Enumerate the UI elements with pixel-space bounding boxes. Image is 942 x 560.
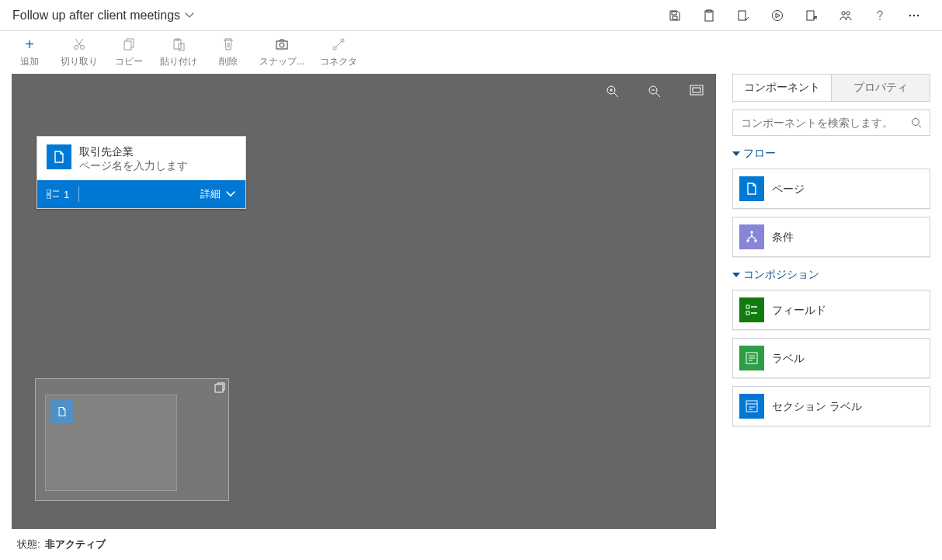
add-button[interactable]: + 追加 xyxy=(6,33,53,71)
svg-point-18 xyxy=(280,43,284,47)
plus-icon: + xyxy=(22,37,37,52)
svg-rect-32 xyxy=(746,305,749,308)
connector-label: コネクタ xyxy=(320,55,357,68)
app-header: Follow up after client meetings xyxy=(0,0,942,31)
node-placeholder: ページ名を入力します xyxy=(79,158,188,172)
svg-rect-33 xyxy=(746,311,749,315)
trash-icon xyxy=(221,37,236,52)
svg-rect-25 xyxy=(47,190,50,193)
snap-label: スナップ... xyxy=(259,55,304,68)
zoom-in-button[interactable] xyxy=(600,80,626,103)
svg-rect-2 xyxy=(739,11,746,20)
delete-button[interactable]: 削除 xyxy=(205,33,252,71)
svg-point-6 xyxy=(846,11,850,14)
canvas-view-actions xyxy=(600,80,710,103)
component-page[interactable]: ページ xyxy=(732,169,930,209)
label-icon xyxy=(739,346,764,370)
people-button[interactable] xyxy=(830,0,861,31)
triangle-down-icon xyxy=(732,273,740,277)
section-flow-label: フロー xyxy=(743,147,776,161)
app-title-group[interactable]: Follow up after client meetings xyxy=(12,9,194,23)
clipboard-button[interactable] xyxy=(693,0,725,31)
minimap[interactable] xyxy=(35,378,229,501)
play-button[interactable] xyxy=(762,0,793,31)
validate-button[interactable] xyxy=(728,0,759,31)
node-count: 1 xyxy=(64,189,69,200)
svg-point-5 xyxy=(842,11,845,14)
component-section-label-label: セクション ラベル xyxy=(772,400,862,412)
connector-button[interactable]: コネクタ xyxy=(312,33,365,71)
component-label-item[interactable]: ラベル xyxy=(732,338,930,378)
svg-point-8 xyxy=(909,14,911,16)
section-composition-label: コンポジション xyxy=(743,268,819,282)
help-button[interactable] xyxy=(864,0,895,31)
camera-icon xyxy=(274,37,290,52)
section-flow-header[interactable]: フロー xyxy=(732,147,930,161)
list-icon xyxy=(47,190,59,199)
component-condition[interactable]: 条件 xyxy=(732,217,930,257)
add-label: 追加 xyxy=(20,55,39,68)
minimap-viewport[interactable] xyxy=(45,395,177,491)
triangle-down-icon xyxy=(732,151,740,156)
cut-button[interactable]: 切り取り xyxy=(53,33,106,71)
svg-point-3 xyxy=(773,10,783,20)
header-actions xyxy=(659,0,930,31)
cut-label: 切り取り xyxy=(61,55,98,68)
paste-icon xyxy=(171,37,186,52)
component-label-label: ラベル xyxy=(772,352,805,364)
page-node[interactable]: 取引先企業 ページ名を入力します 1 詳細 xyxy=(36,136,246,209)
section-label-icon xyxy=(739,394,764,419)
status-value: 非アクティブ xyxy=(45,537,106,551)
svg-rect-35 xyxy=(746,401,757,412)
design-canvas[interactable]: 取引先企業 ページ名を入力します 1 詳細 xyxy=(12,74,716,529)
component-field[interactable]: フィールド xyxy=(732,290,930,330)
section-composition-header[interactable]: コンポジション xyxy=(732,268,930,282)
svg-point-10 xyxy=(917,14,919,16)
tab-components[interactable]: コンポーネント xyxy=(733,75,831,101)
svg-point-19 xyxy=(333,47,336,50)
app-title: Follow up after client meetings xyxy=(12,9,180,23)
status-label: 状態: xyxy=(17,537,40,551)
search-input[interactable] xyxy=(741,117,906,129)
minimap-node-icon xyxy=(50,400,74,423)
copy-icon xyxy=(121,37,137,52)
more-button[interactable] xyxy=(899,0,930,31)
copy-button[interactable]: コピー xyxy=(106,33,152,71)
delete-label: 削除 xyxy=(219,55,238,68)
node-count-group: 1 xyxy=(47,189,69,200)
fit-screen-button[interactable] xyxy=(683,80,710,103)
save-button[interactable] xyxy=(659,0,690,31)
field-icon xyxy=(739,297,764,322)
toolbar: + 追加 切り取り コピー 貼り付け 削除 スナップ... コネクタ xyxy=(0,31,942,74)
condition-icon xyxy=(739,224,764,249)
svg-rect-4 xyxy=(807,11,814,20)
export-button[interactable] xyxy=(796,0,827,31)
svg-point-9 xyxy=(913,14,915,16)
chevron-down-icon xyxy=(185,11,194,20)
tab-properties[interactable]: プロパティ xyxy=(831,75,930,101)
svg-rect-26 xyxy=(47,195,50,199)
search-icon xyxy=(911,117,922,128)
svg-rect-24 xyxy=(693,88,700,92)
svg-point-30 xyxy=(746,239,749,242)
zoom-out-button[interactable] xyxy=(641,80,668,103)
svg-point-7 xyxy=(879,19,881,20)
page-icon xyxy=(739,176,764,201)
chevron-down-icon xyxy=(225,189,236,200)
connector-icon xyxy=(331,37,346,52)
paste-button[interactable]: 貼り付け xyxy=(152,33,205,71)
component-section-label[interactable]: セクション ラベル xyxy=(732,386,930,426)
node-details-button[interactable]: 詳細 xyxy=(200,187,236,201)
minimap-expand-icon[interactable] xyxy=(214,382,225,393)
copy-label: コピー xyxy=(115,55,143,68)
svg-rect-23 xyxy=(690,85,703,95)
status-bar: 状態: 非アクティブ xyxy=(0,529,942,560)
component-page-label: ページ xyxy=(772,183,805,195)
component-search[interactable] xyxy=(732,110,930,136)
svg-point-29 xyxy=(750,231,753,234)
node-entity: 取引先企業 xyxy=(79,144,188,158)
snap-button[interactable]: スナップ... xyxy=(252,33,312,71)
paste-label: 貼り付け xyxy=(160,55,197,68)
svg-point-12 xyxy=(81,46,85,50)
svg-rect-13 xyxy=(124,41,131,50)
